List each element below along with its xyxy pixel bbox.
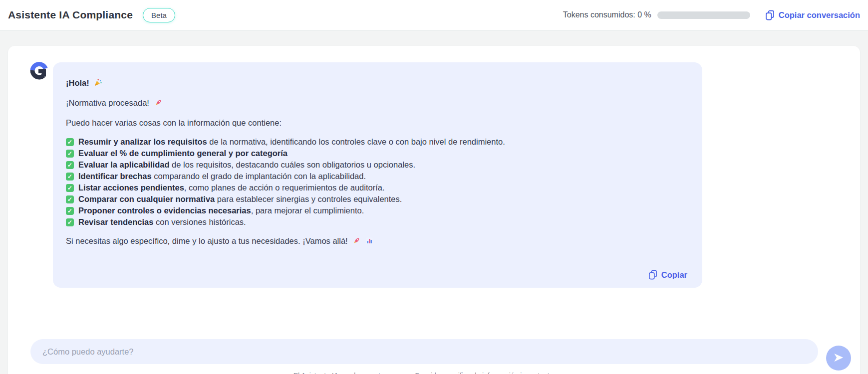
- check-icon: ✓: [66, 207, 74, 215]
- party-popper-icon: [94, 78, 102, 90]
- greeting-text: ¡Hola!: [66, 78, 89, 87]
- capability-item: ✓ Evaluar la aplicabilidad de los requis…: [66, 159, 688, 171]
- capability-item: ✓ Revisar tendencias con versiones histó…: [66, 216, 688, 228]
- copy-conversation-label: Copiar conversación: [779, 10, 860, 20]
- copy-conversation-button[interactable]: Copiar conversación: [765, 10, 860, 20]
- check-icon: ✓: [66, 138, 74, 146]
- rocket-icon: [154, 98, 162, 110]
- tokens-consumed-label: Tokens consumidos: 0 %: [563, 10, 651, 19]
- tokens-progress-bar: [657, 11, 750, 19]
- check-icon: ✓: [66, 173, 74, 181]
- capability-item: ✓ Comparar con cualquier normativa para …: [66, 193, 688, 205]
- check-icon: ✓: [66, 195, 74, 203]
- capability-item: ✓ Identificar brechas comparando el grad…: [66, 171, 688, 182]
- copy-message-button[interactable]: Copiar: [648, 270, 687, 280]
- chat-panel: ¡Hola! ¡Normativa procesada!: [8, 46, 860, 374]
- assistant-message-bubble: ¡Hola! ¡Normativa procesada!: [53, 62, 702, 288]
- beta-badge: Beta: [143, 8, 175, 22]
- capability-item: ✓ Listar acciones pendientes, como plane…: [66, 182, 688, 193]
- page-title: Asistente IA Compliance: [8, 9, 133, 21]
- bar-chart-icon: [365, 236, 373, 248]
- copy-icon: [648, 270, 657, 280]
- ai-disclaimer: El Asistente IA puede cometer errores. C…: [30, 372, 818, 374]
- check-icon: ✓: [66, 150, 74, 158]
- send-button[interactable]: [826, 346, 851, 371]
- closing-text: Si necesitas algo específico, dime y lo …: [66, 236, 348, 245]
- intro-line: Puedo hacer varias cosas con la informac…: [66, 117, 688, 129]
- capability-item: ✓ Evaluar el % de cumplimiento general y…: [66, 148, 688, 159]
- capabilities-list: ✓ Resumir y analizar los requisitos de l…: [66, 136, 688, 228]
- check-icon: ✓: [66, 184, 74, 192]
- copy-message-label: Copiar: [661, 270, 687, 280]
- check-icon: ✓: [66, 161, 74, 169]
- copy-icon: [765, 10, 775, 20]
- capability-item: ✓ Resumir y analizar los requisitos de l…: [66, 136, 688, 148]
- check-icon: ✓: [66, 218, 74, 226]
- processed-line: ¡Normativa procesada!: [66, 97, 688, 110]
- rocket-icon: [352, 236, 360, 248]
- processed-text: ¡Normativa procesada!: [66, 98, 149, 107]
- header-right: Tokens consumidos: 0 % Copiar conversaci…: [563, 10, 860, 20]
- closing-line: Si necesitas algo específico, dime y lo …: [66, 235, 688, 248]
- capability-item: ✓ Proponer controles o evidencias necesa…: [66, 205, 688, 216]
- chat-input[interactable]: [30, 339, 818, 364]
- app-header: Asistente IA Compliance Beta Tokens cons…: [0, 0, 868, 30]
- assistant-avatar g-logo-icon: [29, 60, 49, 81]
- send-paper-plane-icon: [832, 351, 845, 366]
- greeting-line: ¡Hola!: [66, 77, 688, 90]
